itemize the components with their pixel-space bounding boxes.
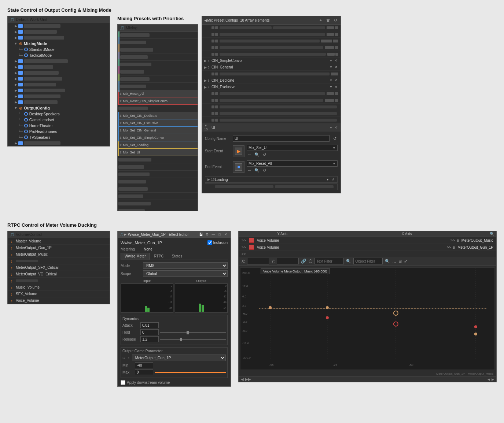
tree-pro-headphones[interactable]: └─ ProHeadphones <box>8 129 110 134</box>
obj-filter-search-icon[interactable]: 🔍 <box>385 259 390 264</box>
mix-row-b5[interactable] <box>118 61 198 68</box>
preset-row-6[interactable]: ▶ 6 CIN_General ▼ ↺ <box>202 64 341 71</box>
tree-home-theater[interactable]: └─ HomeTheater <box>8 123 110 129</box>
tree-mixing-mode[interactable]: ▼ ⊕ MixingMode <box>8 41 110 47</box>
start-event-arrow[interactable]: ← <box>247 152 253 157</box>
vol-meter-music[interactable]: ↕ MeterOutput_Music <box>8 251 110 258</box>
vol-vo-critical[interactable]: ↕ MeterOutput_VO_Critical <box>8 271 110 278</box>
mix-row-set-general[interactable]: 1: Mix_Set_CIN_General <box>118 127 198 134</box>
tree-row-b1[interactable]: ▶ <box>8 58 110 64</box>
vol-blurred-1[interactable]: ↕ <box>8 258 110 264</box>
filter-grid-icon[interactable]: ⊞ <box>398 259 402 264</box>
ogp-max-input[interactable] <box>135 369 153 375</box>
mix-row-c8[interactable] <box>118 207 198 211</box>
preset-row-b8[interactable] <box>202 97 341 104</box>
mix-row-c3[interactable] <box>118 171 198 178</box>
inclusion-checkbox[interactable] <box>207 240 212 245</box>
preset-8-refresh[interactable]: ↺ <box>334 78 338 83</box>
tree-game-headset[interactable]: └─ GameHeadset <box>8 117 110 123</box>
mix-row-c6[interactable] <box>118 193 198 200</box>
mix-row-b4[interactable] <box>118 53 198 61</box>
tree-standard-mode[interactable]: └─ StandardMode <box>8 47 110 52</box>
graph-fwd-btn[interactable]: ▶▶ <box>245 377 251 381</box>
minimize-btn[interactable]: — <box>211 232 216 237</box>
preset-row-b6[interactable] <box>202 71 341 77</box>
start-event-refresh[interactable]: ↺ <box>261 152 267 157</box>
mix-row-b2[interactable] <box>118 39 198 46</box>
config-name-refresh[interactable]: ↺ <box>332 136 338 141</box>
settings-btn[interactable]: ⚙ <box>205 232 210 237</box>
object-filter-input[interactable] <box>353 258 383 264</box>
mix-row-reset-all[interactable]: 1: Mix_Reset_All <box>118 90 198 97</box>
save-btn[interactable]: 💾 <box>198 232 203 237</box>
filter-expand-icon[interactable]: ⤢ <box>404 259 407 264</box>
vol-voice[interactable]: ↕ Voice_Volume <box>8 297 110 304</box>
graph-scroll-right[interactable]: ▶ <box>492 378 494 381</box>
tree-row-b6[interactable]: ▶ <box>8 88 110 93</box>
tree-row-b3[interactable]: ▶ <box>8 70 110 76</box>
vol-blurred-2[interactable]: ↕ <box>8 278 110 284</box>
delete-preset-btn[interactable]: 🗑 <box>325 17 331 23</box>
tree-tv-speakers[interactable]: └─ TVSpeakers <box>8 134 110 140</box>
preset-6-refresh[interactable]: ↺ <box>334 65 338 70</box>
mix-row-reset-cin[interactable]: 1: Mix_Reset_CIN_SimpleConvo <box>118 97 198 105</box>
vol-sfx-critical[interactable]: ↕ MeterOutput_SFX_Critical <box>8 264 110 271</box>
link-icon[interactable]: 🔗 <box>301 259 306 264</box>
tree-row-b2[interactable]: ▶ <box>8 64 110 70</box>
tab-wwise-meter[interactable]: Wwise Meter <box>121 253 150 260</box>
chain-icon[interactable]: ⬡ <box>309 259 312 264</box>
preset-row-b11[interactable] <box>202 117 341 123</box>
config-name-input[interactable] <box>233 135 330 142</box>
mix-row-c2[interactable] <box>118 163 198 171</box>
mix-row-sep[interactable] <box>118 105 198 112</box>
preset-row-end[interactable] <box>205 183 338 190</box>
tree-row-b8[interactable]: ▶ <box>8 99 110 105</box>
preset-9-refresh[interactable]: ↺ <box>334 85 338 89</box>
end-event-arrow[interactable]: ← <box>247 167 253 173</box>
preset-row-b1[interactable] <box>202 25 341 31</box>
preset-row-b7[interactable] <box>202 90 341 97</box>
mix-row-b6[interactable] <box>118 68 198 75</box>
end-event-refresh[interactable]: ↺ <box>261 167 267 173</box>
mix-row-c1[interactable] <box>118 156 198 163</box>
preset-15-dropdown[interactable]: ▼ <box>329 125 333 130</box>
tree-row-1[interactable]: ▶ <box>8 23 110 29</box>
tree-output-config[interactable]: ▼ ⊕ OutputConfig <box>8 105 110 111</box>
tree-row-b4[interactable]: ▶ <box>8 76 110 82</box>
graph-row-2[interactable]: >> Voice Volume >> ⊕ MeterOutput_Gun_1P <box>239 244 496 251</box>
tree-row-b5[interactable]: ▶ <box>8 82 110 88</box>
preset-row-b10[interactable] <box>202 110 341 117</box>
mix-row-b8[interactable] <box>118 83 198 90</box>
mix-row-c7[interactable] <box>118 200 198 207</box>
release-input[interactable] <box>140 336 159 342</box>
preset-5-dropdown[interactable]: ▼ <box>329 59 333 63</box>
mix-row-b3[interactable] <box>118 46 198 53</box>
vol-music[interactable]: ↕ Music_Volume <box>8 284 110 291</box>
mix-row-set-loading[interactable]: 1: Mix_Set_Loading <box>118 141 198 149</box>
vol-master[interactable]: ↕ Master_Volume <box>8 238 110 245</box>
preset-row-5[interactable]: ▶ 5 CIN_SimpleConvo ▼ ↺ <box>202 57 341 64</box>
preset-row-b5[interactable] <box>202 51 341 57</box>
tab-states[interactable]: States <box>168 253 186 260</box>
preset-row-9[interactable]: ▶ 9 CIN_Exclusive ▼ ↺ <box>202 84 341 90</box>
preset-row-15[interactable]: ▼ 15 UI ▼ ↺ <box>202 123 341 132</box>
preset-row-b9[interactable] <box>202 104 341 110</box>
tree-tactical-mode[interactable]: └─ TacticalMode <box>8 52 110 58</box>
mix-row-set-exclusive[interactable]: 1: Mix_Set_CIN_Exclusive <box>118 119 198 127</box>
tree-row-2[interactable]: ▶ <box>8 29 110 35</box>
preset-9-dropdown[interactable]: ▼ <box>329 85 333 89</box>
hold-slider[interactable] <box>160 332 226 333</box>
preset-5-refresh[interactable]: ↺ <box>334 59 338 63</box>
text-filter-search-icon[interactable]: 🔍 <box>346 259 351 264</box>
mix-row-b7[interactable] <box>118 75 198 83</box>
graph-scroll-left[interactable]: ◀ <box>488 378 490 381</box>
tree-row-3[interactable]: ▶ <box>8 35 110 41</box>
mix-row-set-dedicate[interactable]: 1: Mix_Set_CIN_Dedicate <box>118 112 198 119</box>
release-slider[interactable] <box>160 339 226 340</box>
mix-row-c5[interactable] <box>118 185 198 193</box>
preset-6-dropdown[interactable]: ▼ <box>329 65 333 70</box>
hold-input[interactable] <box>140 329 159 335</box>
mix-row-set-simpleconvo[interactable]: 1: Mix_Set_CIN_SimpleConvo <box>118 134 198 141</box>
ogp-name-select[interactable]: MeterOutput_Gun_1P <box>132 355 226 361</box>
apply-downstream-checkbox[interactable] <box>121 380 125 385</box>
